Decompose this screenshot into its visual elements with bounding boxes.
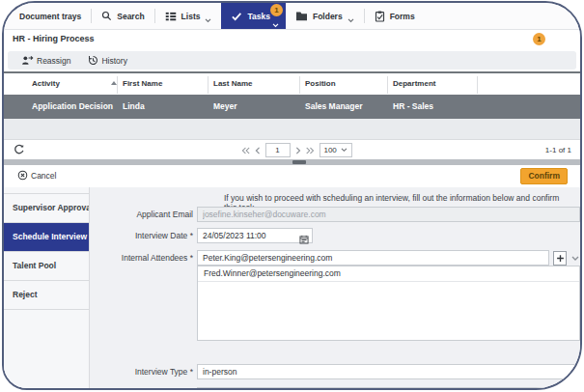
decision-supervisor-approval[interactable]: Supervisor Approval	[4, 194, 89, 223]
nav-forms[interactable]: Forms	[365, 3, 425, 29]
result-range-label: 1-1 of 1	[545, 146, 571, 154]
add-attendee-button[interactable]	[553, 251, 567, 266]
search-icon	[101, 11, 112, 21]
interview-type-field[interactable]	[197, 364, 580, 379]
reassign-button[interactable]: Reassign	[21, 55, 70, 66]
chevron-down-icon	[341, 148, 348, 153]
attendees-list: Fred.Winner@petersengineering.com	[197, 266, 580, 341]
nav-document-trays-label: Document trays	[19, 12, 81, 21]
splitter-grip	[292, 160, 306, 164]
chevron-down-icon	[205, 18, 211, 23]
history-icon	[88, 55, 98, 66]
nav-document-trays[interactable]: Document trays	[4, 3, 91, 29]
check-icon	[231, 11, 242, 22]
column-divider	[387, 76, 388, 94]
task-detail-panel: Supervisor Approval Schedule Interview T…	[4, 187, 580, 388]
nav-search[interactable]: Search	[92, 3, 153, 29]
task-count-badge: 1	[533, 33, 545, 45]
table-row-selected[interactable]: Application Decision Linda Meyer Sales M…	[4, 95, 580, 119]
attendee-select-button[interactable]	[569, 251, 582, 266]
nav-tasks-label: Tasks	[247, 12, 269, 21]
column-header-activity[interactable]: Activity	[32, 73, 60, 95]
nav-lists[interactable]: Lists	[155, 3, 222, 29]
applicant-email-field	[197, 207, 580, 222]
prev-page-button[interactable]	[254, 147, 260, 154]
current-page-input[interactable]: 1	[264, 143, 290, 157]
last-page-icon	[305, 147, 314, 154]
internal-attendees-label: Internal Attendees *	[90, 253, 193, 263]
interview-date-field[interactable]	[197, 228, 313, 243]
history-button[interactable]: History	[88, 55, 126, 66]
decision-list: Supervisor Approval Schedule Interview T…	[4, 193, 89, 310]
column-header-first-name[interactable]: First Name	[123, 73, 162, 95]
prev-page-icon	[254, 147, 260, 154]
list-icon	[165, 11, 177, 22]
nav-forms-label: Forms	[390, 12, 415, 21]
last-page-button[interactable]	[305, 147, 314, 154]
next-page-icon	[294, 147, 300, 154]
main-toolbar: Document trays Search Lists	[4, 3, 580, 30]
internal-attendees-field[interactable]	[197, 250, 549, 266]
calendar-icon[interactable]	[299, 231, 309, 248]
decision-reject[interactable]: Reject	[4, 281, 89, 310]
refresh-button[interactable]	[14, 144, 25, 155]
cell-first-name: Linda	[123, 95, 145, 119]
interview-type-label: Interview Type *	[90, 367, 193, 377]
nav-folders[interactable]: Folders	[286, 3, 364, 29]
attendee-list-item[interactable]: Fred.Winner@petersengineering.com	[198, 266, 579, 282]
nav-search-label: Search	[117, 12, 144, 21]
decision-talent-pool[interactable]: Talent Pool	[4, 252, 89, 281]
refresh-icon	[14, 144, 25, 155]
cancel-button[interactable]: Cancel	[17, 170, 56, 181]
cell-last-name: Meyer	[213, 95, 237, 119]
cell-department: HR - Sales	[393, 95, 433, 119]
interview-date-wrap	[197, 228, 313, 243]
schedule-interview-form: If you wish to proceed with scheduling a…	[90, 187, 580, 388]
first-page-button[interactable]	[240, 147, 249, 154]
reassign-label: Reassign	[37, 56, 70, 66]
address-field[interactable]	[197, 387, 580, 390]
page-size-value: 100	[323, 146, 336, 154]
applicant-email-label: Applicant Email	[90, 210, 193, 219]
task-list-title: HR - Hiring Process	[13, 34, 95, 43]
column-header-department[interactable]: Department	[393, 73, 435, 95]
column-header-last-name[interactable]: Last Name	[213, 73, 252, 95]
nav-tasks[interactable]: Tasks 1	[221, 3, 285, 29]
chevron-down-icon	[571, 256, 579, 262]
cancel-icon	[17, 170, 28, 181]
task-actions-bar: Reassign History	[8, 51, 576, 70]
reassign-icon	[21, 55, 34, 66]
interview-date-label: Interview Date *	[90, 231, 193, 240]
column-divider	[299, 76, 300, 94]
pagination-bar: 1 100 1-1 of 1	[4, 139, 580, 160]
column-divider	[117, 76, 118, 94]
folder-icon	[295, 11, 308, 21]
confirm-button[interactable]: Confirm	[520, 168, 568, 184]
cell-position: Sales Manager	[305, 95, 363, 119]
app-window: Document trays Search Lists	[2, 1, 582, 390]
cancel-label: Cancel	[31, 171, 56, 181]
history-label: History	[101, 56, 126, 66]
nav-folders-label: Folders	[313, 12, 343, 21]
pagination-controls: 1 100	[240, 140, 351, 160]
plus-icon	[556, 254, 565, 263]
next-page-button[interactable]	[294, 147, 300, 154]
results-table-header: Activity First Name Last Name Position D…	[4, 71, 580, 97]
column-divider	[477, 76, 478, 94]
cell-activity: Application Decision	[32, 95, 113, 119]
page-size-select[interactable]: 100	[319, 143, 351, 157]
screenshot-canvas: Document trays Search Lists	[0, 0, 584, 392]
chevron-down-icon	[348, 18, 354, 23]
task-decision-bar: Cancel Confirm	[4, 165, 580, 187]
decisions-sidebar: Supervisor Approval Schedule Interview T…	[4, 187, 90, 388]
chevron-down-icon	[272, 23, 279, 28]
tasks-count-badge: 1	[270, 4, 283, 16]
nav-lists-label: Lists	[181, 12, 201, 21]
table-empty-area	[4, 119, 580, 139]
task-list-title-bar: HR - Hiring Process 1	[4, 30, 580, 50]
clipboard-icon	[375, 11, 385, 22]
first-page-icon	[240, 147, 249, 154]
column-header-position[interactable]: Position	[305, 73, 336, 95]
decision-schedule-interview[interactable]: Schedule Interview	[4, 223, 89, 252]
column-divider	[208, 76, 209, 94]
